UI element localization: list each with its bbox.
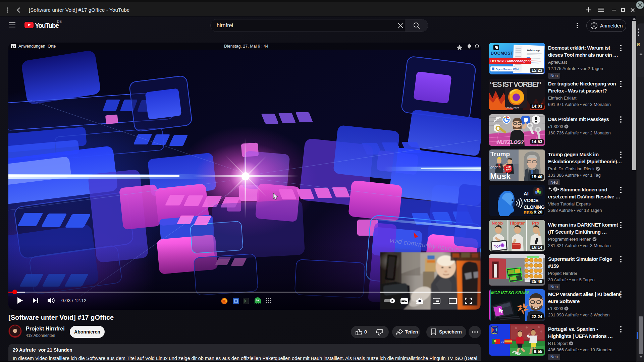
svg-text:2004-2025: 2004-2025 <box>506 107 520 110</box>
svg-text:VOICE: VOICE <box>524 197 539 203</box>
svg-text:“ES IST VORBEI”: “ES IST VORBEI” <box>490 80 541 88</box>
svg-text:NUTZLOS?: NUTZLOS? <box>497 139 524 145</box>
svg-text:Musk: Musk <box>490 172 511 181</box>
svg-text:Hipster: Hipster <box>510 221 525 226</box>
svg-text:vs: vs <box>501 341 504 344</box>
svg-text:DOCMOST: DOCMOST <box>491 51 513 56</box>
svg-text:Dienstag, 27. Mai 9 : 44: Dienstag, 27. Mai 9 : 44 <box>224 44 268 49</box>
svg-text:AI: AI <box>524 191 529 196</box>
svg-text:Noob: Noob <box>492 221 503 226</box>
svg-text:Der Wiki Gamechanger?: Der Wiki Gamechanger? <box>490 59 531 63</box>
svg-text:Orte: Orte <box>48 44 56 49</box>
svg-text:Anwendungen: Anwendungen <box>18 44 45 49</box>
svg-text:Open Source Wiki: Open Source Wiki <box>496 68 519 71</box>
svg-text:MCP IST SO KRASS: MCP IST SO KRASS <box>491 291 529 295</box>
svg-text:Tоr: Tоr <box>493 244 500 249</box>
svg-text:gegen: gegen <box>490 165 501 169</box>
svg-text:CLONING: CLONING <box>524 204 544 210</box>
svg-text:Trump: Trump <box>490 150 510 158</box>
svg-text:Pro: Pro <box>532 221 539 226</box>
